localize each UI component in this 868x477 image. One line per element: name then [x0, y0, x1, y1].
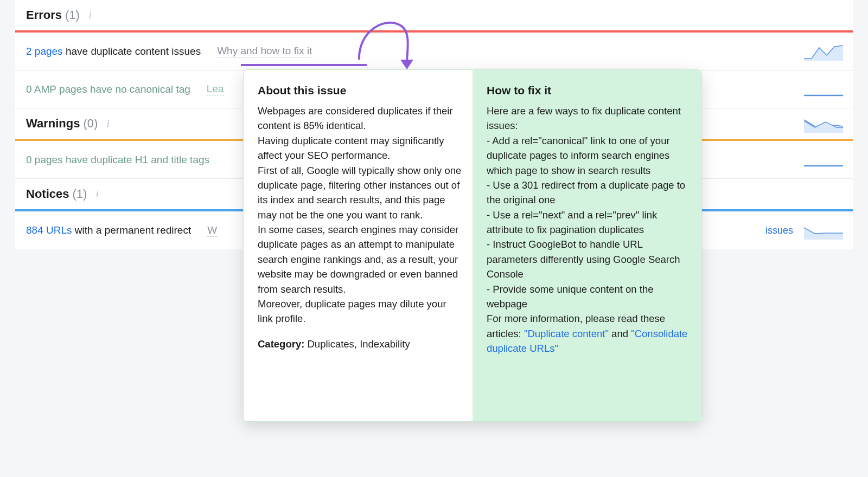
section-count: (1)	[65, 8, 80, 22]
info-icon[interactable]: i	[85, 10, 95, 20]
fix-item: - Provide some unique content on the web…	[487, 282, 688, 312]
about-paragraph: Moreover, duplicate pages may dilute you…	[258, 296, 463, 326]
why-fix-link[interactable]: Why and how to fix it	[217, 45, 312, 57]
issue-text: 0 AMP pages have no canonical tag	[26, 83, 190, 95]
about-issue-title: About this issue	[258, 84, 463, 97]
about-issue-body: Webpages are considered duplicates if th…	[258, 104, 463, 326]
issue-text: 2 pages have duplicate content issues	[26, 46, 201, 57]
fix-item: - Add a rel="canonical" link to one of y…	[487, 133, 688, 178]
hide-passed-link[interactable]: issues	[765, 225, 793, 236]
learn-more-link[interactable]: Lea	[207, 83, 224, 95]
about-paragraph: First of all, Google will typically show…	[258, 163, 463, 223]
fix-item: - Use a rel="next" and a rel="prev" link…	[487, 208, 688, 237]
sparkline	[804, 80, 843, 99]
issue-category: Category: Duplicates, Indexability	[258, 338, 463, 350]
fix-item: - Instruct GoogleBot to handle URL param…	[487, 237, 688, 281]
issue-count-link[interactable]: 2 pages	[26, 46, 63, 57]
popover-fix-column: How to fix it Here are a few ways to fix…	[473, 70, 701, 421]
section-count: (0)	[83, 117, 98, 131]
section-header-errors: Errors (1) i	[15, 0, 853, 33]
info-icon[interactable]: i	[92, 189, 102, 199]
fix-more-info: For more information, please read these …	[487, 311, 688, 356]
section-count: (1)	[72, 187, 87, 201]
category-value: Duplicates, Indexability	[304, 338, 410, 350]
why-fix-link[interactable]: W	[207, 224, 217, 237]
sparkline	[804, 221, 843, 240]
and-separator: and	[609, 328, 631, 339]
about-paragraph: Having duplicate content may significant…	[258, 133, 463, 163]
issue-count-link[interactable]: 884 URLs	[26, 224, 72, 236]
fix-items: - Add a rel="canonical" link to one of y…	[487, 133, 688, 312]
issue-desc: with a permanent redirect	[72, 224, 192, 236]
section-title: Notices	[26, 187, 69, 201]
issue-popover: About this issue Webpages are considered…	[243, 69, 702, 422]
section-title: Errors	[26, 8, 62, 22]
issue-text: 0 pages have duplicate H1 and title tags	[26, 154, 209, 166]
how-to-fix-title: How to fix it	[487, 84, 688, 97]
about-paragraph: Webpages are considered duplicates if th…	[258, 104, 463, 133]
article-link-duplicate-content[interactable]: "Duplicate content"	[524, 328, 609, 339]
issue-desc: have duplicate content issues	[63, 46, 201, 57]
issue-row-duplicate-content[interactable]: 2 pages have duplicate content issues Wh…	[15, 33, 853, 70]
section-title: Warnings	[26, 117, 80, 131]
sparkline	[804, 42, 843, 61]
info-icon[interactable]: i	[103, 119, 113, 128]
sparkline	[804, 151, 843, 169]
category-label: Category:	[258, 338, 304, 350]
fix-intro: Here are a few ways to fix duplicate con…	[487, 104, 688, 133]
sparkline	[804, 114, 843, 135]
about-paragraph: In some cases, search engines may consid…	[258, 222, 463, 296]
annotation-arrow	[347, 10, 418, 75]
popover-about-column: About this issue Webpages are considered…	[244, 70, 473, 421]
fix-item: - Use a 301 redirect from a duplicate pa…	[487, 178, 688, 208]
issue-text: 884 URLs with a permanent redirect	[26, 224, 191, 236]
